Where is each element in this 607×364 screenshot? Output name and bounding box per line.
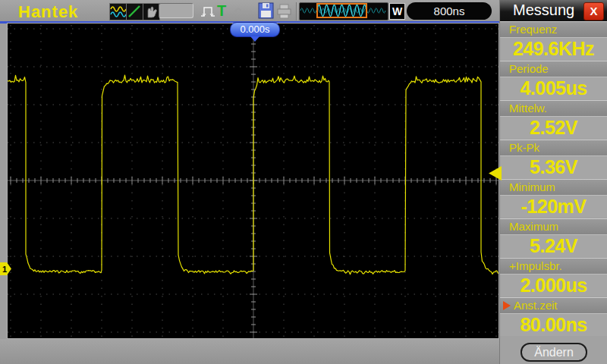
trigger-position-tag[interactable]: 0.000s: [230, 22, 280, 37]
pulse-trigger-icon: [200, 4, 217, 19]
slope-line-button[interactable]: [126, 3, 143, 20]
keylock-icon: [234, 7, 254, 17]
panel-title-bar: Messung X: [500, 0, 607, 21]
measurement-row-selected[interactable]: Anst.zeit 80.00ns: [500, 297, 607, 337]
measurement-label: Pk-Pk: [509, 140, 539, 155]
measurement-value: -120mV: [500, 195, 607, 218]
dual-wave-icon: [110, 4, 126, 20]
waveform-preview[interactable]: [299, 2, 388, 20]
bottom-bar: DC 20 1.00V CH1 2.56V 249.967KHz: [0, 339, 499, 364]
close-button[interactable]: X: [583, 2, 604, 20]
trigger-status-indicator: T: [217, 2, 226, 20]
measurement-value: 2.52V: [500, 116, 607, 139]
pan-window: [300, 3, 386, 18]
measurement-label: Maximum: [509, 219, 558, 234]
aendern-button[interactable]: Ändern: [521, 343, 587, 362]
panel-title: Messung: [513, 2, 574, 18]
measurement-row[interactable]: Mittelw. 2.52V: [500, 100, 607, 140]
measurement-label: Anst.zeit: [514, 298, 558, 313]
measurement-row[interactable]: Maximum 5.24V: [500, 218, 607, 258]
measurement-label: +Impulsbr.: [509, 259, 562, 274]
measurement-row[interactable]: Frequenz 249.6KHz: [500, 21, 607, 61]
measurement-value: 80.00ns: [500, 313, 607, 336]
measurement-label: Periode: [509, 61, 549, 77]
measurement-value: 4.005us: [500, 77, 607, 99]
floppy-save-icon: [258, 2, 275, 20]
close-icon: X: [590, 5, 597, 17]
measurement-panel: Messung X Frequenz 249.6KHz Periode 4.00…: [499, 0, 607, 364]
print-button[interactable]: [276, 3, 292, 22]
selected-row-marker-icon: [503, 301, 511, 310]
scope-screen: [8, 24, 498, 338]
trigger-level-arrow[interactable]: [489, 166, 502, 184]
empty-field: [159, 3, 193, 18]
separator: [296, 2, 297, 20]
measurement-label: Mittelw.: [509, 101, 547, 116]
top-bar: Hantek T: [0, 0, 499, 23]
trigger-position-time: 0.000s: [240, 24, 269, 35]
save-button[interactable]: [258, 2, 275, 23]
measurement-value: 5.24V: [500, 234, 607, 257]
channel1-ground-marker[interactable]: 1: [0, 262, 11, 278]
channels-display-button[interactable]: [109, 3, 127, 20]
measurement-row[interactable]: +Impulsbr. 2.000us: [500, 258, 607, 297]
window-mode-icon[interactable]: W: [389, 3, 405, 20]
measurement-label: Frequenz: [509, 22, 557, 37]
waveform-display: [8, 24, 498, 338]
measurement-value: 249.6KHz: [500, 37, 607, 60]
measurement-label: Minimum: [509, 180, 555, 195]
measurement-row[interactable]: Minimum -120mV: [500, 179, 607, 218]
trigger-position-pointer-icon: [250, 36, 259, 42]
channel-number: 1: [2, 265, 7, 274]
hand-tool-button[interactable]: [143, 3, 160, 20]
hand-icon: [143, 4, 159, 20]
timebase-display[interactable]: 800ns: [407, 2, 492, 20]
printer-icon: [276, 3, 292, 19]
hantek-logo: Hantek: [18, 2, 78, 22]
measurement-value: 2.000us: [500, 274, 607, 297]
measurement-row[interactable]: Periode 4.005us: [500, 61, 607, 100]
measurement-value: 5.36V: [500, 155, 607, 178]
diagonal-line-icon: [127, 4, 143, 20]
measurement-row[interactable]: Pk-Pk 5.36V: [500, 140, 607, 179]
